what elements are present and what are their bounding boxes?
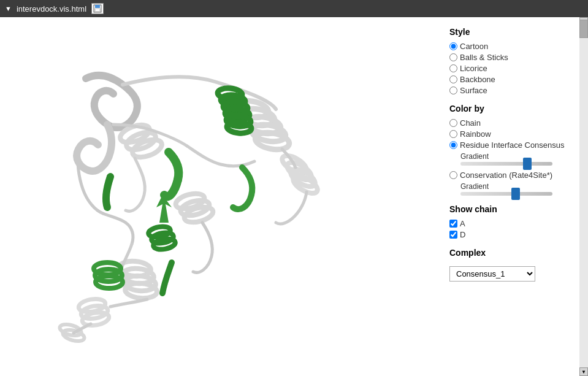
color-conservation-option[interactable]: Conservation (Rate4Site*): [449, 171, 579, 180]
color-by-radio-group: Chain Rainbow Residue Interface Consensu…: [449, 118, 579, 150]
style-licorice-radio[interactable]: [449, 64, 457, 72]
style-section-title: Style: [449, 27, 579, 37]
save-button[interactable]: [91, 3, 104, 14]
color-conservation-radio[interactable]: [449, 171, 457, 179]
gradient-row-2: Gradient: [460, 182, 579, 196]
color-chain-radio[interactable]: [449, 119, 457, 127]
gradient-slider-1-container: [460, 162, 579, 166]
chain-a-option[interactable]: A: [449, 219, 579, 228]
chain-checkbox-group: A D: [449, 219, 579, 239]
style-licorice-label: Licorice: [460, 64, 487, 73]
show-chain-section: Show chain A D: [449, 204, 579, 239]
gradient-label-2: Gradient: [460, 182, 579, 191]
style-balls-sticks-option[interactable]: Balls & Sticks: [449, 53, 579, 62]
color-chain-label: Chain: [460, 118, 481, 128]
style-radio-group: Cartoon Balls & Sticks Licorice Backbone…: [449, 42, 579, 95]
complex-section: Complex Consensus_1 Consensus_2 Consensu…: [449, 248, 579, 282]
style-cartoon-radio[interactable]: [449, 42, 457, 50]
right-panel: Style Cartoon Balls & Sticks Licorice Ba…: [441, 17, 588, 376]
save-icon: [93, 4, 102, 13]
color-rainbow-label: Rainbow: [460, 129, 491, 139]
scrollbar-thumb[interactable]: [579, 20, 588, 38]
chain-a-label: A: [460, 219, 465, 228]
show-chain-title: Show chain: [449, 204, 579, 214]
style-balls-sticks-radio[interactable]: [449, 53, 457, 61]
svg-rect-3: [96, 9, 99, 11]
gradient-slider-2-container: [460, 192, 579, 196]
gradient-thumb-2[interactable]: [511, 188, 520, 200]
scrollbar: ▲ ▼: [579, 17, 588, 376]
style-cartoon-option[interactable]: Cartoon: [449, 42, 579, 51]
color-by-section: Color by Chain Rainbow Residue Interface…: [449, 104, 579, 196]
color-rainbow-radio[interactable]: [449, 130, 457, 138]
color-residue-label: Residue Interface Consensus: [460, 140, 565, 150]
window-icon: ▼: [5, 5, 12, 12]
chain-d-label: D: [460, 230, 465, 239]
chain-d-checkbox[interactable]: [449, 231, 457, 239]
style-cartoon-label: Cartoon: [460, 42, 488, 51]
gradient-thumb-1[interactable]: [523, 158, 532, 170]
window-title: interevdock.vis.html: [17, 4, 86, 13]
gradient-track-1[interactable]: [460, 162, 552, 166]
viewer-area[interactable]: [0, 17, 441, 376]
color-conservation-label: Conservation (Rate4Site*): [460, 171, 552, 180]
svg-rect-1: [95, 5, 100, 8]
scrollbar-arrow-down[interactable]: ▼: [579, 367, 588, 376]
style-backbone-radio[interactable]: [449, 75, 457, 83]
complex-title: Complex: [449, 248, 579, 258]
protein-visualization: [12, 29, 349, 361]
style-surface-option[interactable]: Surface: [449, 86, 579, 95]
style-balls-sticks-label: Balls & Sticks: [460, 53, 508, 62]
main-content: Style Cartoon Balls & Sticks Licorice Ba…: [0, 17, 588, 376]
style-licorice-option[interactable]: Licorice: [449, 64, 579, 73]
style-surface-label: Surface: [460, 86, 487, 95]
chain-a-checkbox[interactable]: [449, 220, 457, 228]
style-surface-radio[interactable]: [449, 86, 457, 94]
style-backbone-option[interactable]: Backbone: [449, 75, 579, 84]
title-bar: ▼ interevdock.vis.html: [0, 0, 588, 17]
gradient-label-1: Gradient: [460, 152, 579, 161]
chain-d-option[interactable]: D: [449, 230, 579, 239]
color-residue-radio[interactable]: [449, 141, 457, 149]
color-by-title: Color by: [449, 104, 579, 113]
complex-select[interactable]: Consensus_1 Consensus_2 Consensus_3: [449, 266, 535, 282]
color-residue-option[interactable]: Residue Interface Consensus: [449, 140, 579, 150]
gradient-row-1: Gradient: [460, 152, 579, 166]
color-chain-option[interactable]: Chain: [449, 118, 579, 128]
color-rainbow-option[interactable]: Rainbow: [449, 129, 579, 139]
gradient-track-2[interactable]: [460, 192, 552, 196]
style-backbone-label: Backbone: [460, 75, 495, 84]
